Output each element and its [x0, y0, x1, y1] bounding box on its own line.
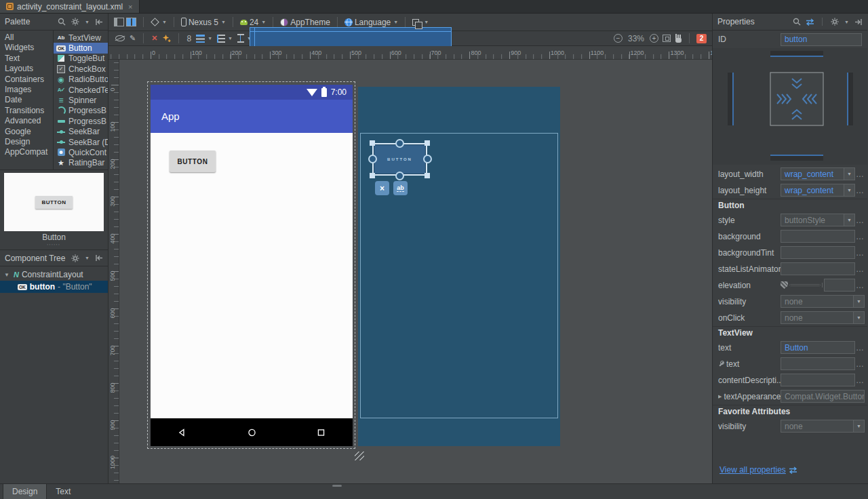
default-margin-value[interactable]: 8 [186, 34, 191, 43]
resize-handle[interactable] [425, 173, 430, 178]
palette-category-containers[interactable]: Containers [0, 75, 53, 85]
theme-selector[interactable]: AppTheme [280, 18, 330, 27]
clear-constraints-icon[interactable]: ✕ [151, 35, 157, 42]
align-selector[interactable]: ▼ [217, 35, 233, 43]
blueprint-view[interactable]: BUTTON × ab [358, 87, 560, 446]
palette-category-images[interactable]: Images [0, 85, 53, 95]
more-options-button[interactable]: … [855, 281, 865, 290]
panel-splitter[interactable]: '''''' [0, 244, 108, 250]
palette-item-togglebut[interactable]: ToggleBut [54, 54, 108, 64]
palette-category-date[interactable]: Date [0, 95, 53, 105]
editor-tab[interactable]: activity_constraint_layout.xml × [0, 0, 140, 13]
palette-item-ratingbar[interactable]: RatingBar [54, 158, 108, 168]
both-modes-icon[interactable] [126, 18, 136, 26]
palette-item-checkedte[interactable]: CheckedTe [54, 85, 108, 95]
palette-item-progressb[interactable]: ProgressB [54, 106, 108, 116]
api-selector[interactable]: 24 ▼ [240, 18, 266, 27]
property-dropdown[interactable]: none▼ [781, 420, 865, 433]
edit-text-button[interactable]: ab [393, 181, 408, 195]
palette-category-text[interactable]: Text [0, 54, 53, 64]
swap-view-icon[interactable] [806, 18, 814, 26]
slider-track[interactable] [789, 284, 821, 286]
close-tab-icon[interactable]: × [128, 3, 132, 11]
more-options-button[interactable]: … [855, 376, 865, 385]
tab-design[interactable]: Design [3, 484, 47, 499]
zoom-to-fit-icon[interactable] [663, 35, 671, 42]
more-options-button[interactable]: … [855, 359, 865, 369]
palette-category-all[interactable]: All [0, 33, 53, 43]
slider-thumb[interactable] [781, 281, 788, 289]
dropdown-arrow-icon[interactable]: ▼ [844, 168, 854, 180]
property-input[interactable] [824, 279, 855, 292]
palette-item-progressb[interactable]: ProgressB [54, 116, 108, 126]
palette-item-quickcont[interactable]: QuickCont [54, 147, 108, 157]
constraint-anchor[interactable] [423, 155, 432, 163]
design-mode-icon[interactable] [114, 18, 124, 26]
zoom-out-button[interactable]: − [614, 34, 623, 43]
palette-item-textview[interactable]: TextView [54, 33, 108, 43]
palette-category-layouts[interactable]: Layouts [0, 64, 53, 74]
more-options-button[interactable]: … [855, 232, 865, 241]
gear-icon[interactable] [71, 254, 79, 262]
expander-icon[interactable]: ▶ [718, 394, 722, 399]
more-options-button[interactable]: … [855, 343, 865, 353]
more-options-button[interactable]: … [855, 264, 865, 274]
property-dropdown[interactable]: none▼ [781, 295, 865, 308]
property-input[interactable] [781, 374, 855, 386]
search-icon[interactable] [57, 18, 66, 26]
delete-constraints-button[interactable]: × [375, 181, 389, 195]
palette-item-radiobutto[interactable]: RadioButto [54, 75, 108, 85]
constraint-anchor[interactable] [395, 172, 404, 180]
show-constraints-icon[interactable] [115, 35, 125, 41]
zoom-in-button[interactable]: + [650, 34, 658, 43]
palette-category-transitions[interactable]: Transitions [0, 106, 53, 116]
constraint-anchor[interactable] [368, 155, 377, 163]
property-input[interactable] [781, 246, 855, 259]
palette-category-google[interactable]: Google [0, 127, 53, 137]
dropdown-arrow-icon[interactable]: ▼ [853, 312, 864, 323]
view-all-properties-link[interactable]: View all properties [719, 465, 786, 475]
hide-panel-icon[interactable] [854, 18, 863, 26]
infer-constraints-icon[interactable] [162, 34, 171, 43]
resize-handle[interactable] [425, 140, 430, 146]
palette-item-seekbar-d[interactable]: SeekBar (D [54, 137, 108, 147]
palette-item-checkbox[interactable]: CheckBox [54, 64, 108, 74]
property-dropdown[interactable]: wrap_content▼ [781, 184, 855, 197]
gear-icon[interactable] [71, 18, 79, 26]
palette-category-widgets[interactable]: Widgets [0, 43, 53, 53]
palette-item-button[interactable]: Button [54, 43, 108, 53]
expander-icon[interactable]: ▼ [4, 272, 11, 278]
more-options-button[interactable]: … [855, 169, 865, 179]
language-selector[interactable]: Language ▼ [344, 18, 398, 27]
property-input[interactable] [781, 357, 855, 370]
constraint-inspector[interactable] [713, 48, 867, 165]
property-input[interactable] [781, 230, 855, 243]
dropdown-arrow-icon[interactable]: ▼ [844, 184, 854, 196]
resize-handle[interactable] [370, 140, 375, 146]
constraint-anchor[interactable] [395, 139, 404, 148]
dock-panel-icon[interactable] [94, 254, 103, 262]
autoconnect-icon[interactable]: ✎ [130, 34, 136, 43]
gear-icon[interactable] [830, 18, 839, 26]
palette-item-spinner[interactable]: Spinner [54, 95, 108, 105]
resize-handle[interactable] [370, 173, 375, 178]
search-icon[interactable] [792, 18, 801, 26]
splitter-grip[interactable] [332, 485, 342, 487]
palette-category-advanced[interactable]: Advanced [0, 116, 53, 126]
id-input[interactable]: button [781, 33, 862, 46]
design-canvas[interactable]: 01002003004005006007008009001000 7:00 Ap… [108, 60, 712, 483]
more-options-button[interactable]: … [855, 248, 865, 258]
design-button-widget[interactable]: BUTTON [170, 151, 216, 172]
blueprint-button-widget[interactable]: BUTTON [372, 143, 427, 176]
property-input[interactable] [781, 262, 855, 275]
dock-panel-icon[interactable] [94, 18, 103, 26]
property-dropdown[interactable]: none▼ [781, 311, 865, 324]
palette-category-appcompat[interactable]: AppCompat [0, 147, 53, 157]
more-options-button[interactable]: … [855, 216, 865, 225]
pan-icon[interactable] [675, 34, 682, 43]
property-input[interactable]: Button [781, 341, 855, 354]
tab-text[interactable]: Text [47, 484, 79, 499]
property-dropdown[interactable]: Compat.Widget.Button▼ [781, 390, 865, 403]
palette-category-design[interactable]: Design [0, 137, 53, 147]
property-dropdown[interactable]: wrap_content▼ [781, 167, 855, 180]
